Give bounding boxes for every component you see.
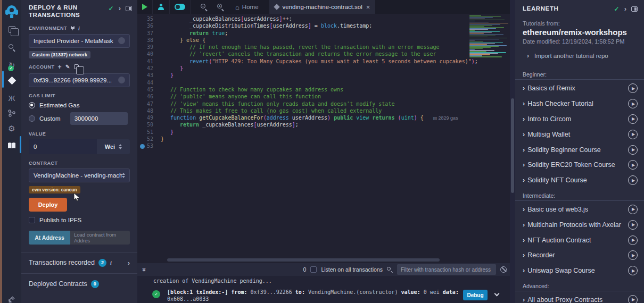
transaction-filter-input[interactable]: Filter with transaction hash or address <box>397 264 496 275</box>
chevron-right-icon[interactable]: › <box>523 176 525 184</box>
code-line[interactable]: 44 <box>137 79 510 86</box>
code-line[interactable]: 45// Function to check how many cupcakes… <box>137 86 510 93</box>
account-select[interactable]: 0xf39...92266 (9999.99929... <box>29 73 130 87</box>
chevron-right-icon[interactable]: › <box>523 296 525 303</box>
deploy-run-icon[interactable] <box>2 72 21 88</box>
tutorial-item[interactable]: ›Recorder▶ <box>515 248 644 263</box>
code-line[interactable]: 48// This makes it free to call (no gas … <box>137 107 510 114</box>
code-editor[interactable]: 35_cupcakeBalances[userAddress]++;36_cup… <box>137 14 510 263</box>
plug-icon[interactable] <box>70 26 75 31</box>
code-line[interactable]: 52} <box>137 136 510 142</box>
contract-select[interactable]: VendingMachine - vending-machin <box>29 169 130 182</box>
file-explorer-icon[interactable] <box>2 21 21 37</box>
zoom-in-button[interactable]: + <box>212 0 229 14</box>
code-line[interactable]: 50return _cupcakeBalances[userAddress]; <box>137 121 510 128</box>
minimap[interactable] <box>467 14 509 60</box>
start-tutorial-play-icon[interactable]: ▶ <box>628 205 638 214</box>
estimated-gas-radio[interactable] <box>29 102 35 108</box>
code-line[interactable]: 53 <box>137 142 510 149</box>
chevron-right-icon[interactable]: › <box>523 251 525 259</box>
learneth-collapse-icon[interactable]: › <box>624 6 626 12</box>
start-tutorial-play-icon[interactable]: ▶ <box>628 160 638 170</box>
code-line[interactable]: 43} <box>137 72 510 79</box>
solidity-compiler-icon[interactable]: ↻✓ <box>2 57 21 73</box>
transactions-expand-icon[interactable]: › <box>128 259 130 267</box>
tutorial-item[interactable]: ›Basic use of web3.js▶ <box>515 202 644 217</box>
search-icon[interactable] <box>2 39 21 55</box>
start-tutorial-play-icon[interactable]: ▶ <box>628 175 638 185</box>
zoom-out-button[interactable]: − <box>196 0 212 14</box>
vertical-scrollbar[interactable] <box>511 98 514 193</box>
code-line[interactable]: 35_cupcakeBalances[userAddress]++; <box>137 15 510 22</box>
tutorial-item[interactable]: ›Solidity NFT Course▶ <box>515 173 644 188</box>
start-tutorial-play-icon[interactable]: ▶ <box>628 83 638 93</box>
pin-panel-icon[interactable] <box>126 6 132 11</box>
debug-button[interactable]: Debug <box>463 290 488 300</box>
at-address-button[interactable]: At Address <box>29 231 70 245</box>
add-account-icon[interactable]: + <box>58 63 62 71</box>
publish-ipfs-checkbox[interactable] <box>29 217 35 223</box>
tutorial-item[interactable]: ›Uniswap Swap Course▶ <box>515 263 644 279</box>
chevron-right-icon[interactable]: › <box>523 161 525 169</box>
chevron-right-icon[interactable]: › <box>523 115 525 123</box>
value-input[interactable]: 0 <box>29 139 97 154</box>
clear-console-icon[interactable] <box>500 266 507 273</box>
panel-splitter[interactable] <box>510 0 515 303</box>
learneth-book-icon[interactable] <box>2 137 21 153</box>
copy-account-icon[interactable] <box>74 64 79 69</box>
collapse-panel-icon[interactable]: › <box>119 6 121 11</box>
ai-assistant-button[interactable] <box>153 0 170 14</box>
import-tutorial-repo[interactable]: › Import another tutorial repo <box>515 45 644 60</box>
debugger-icon[interactable]: Ж <box>2 90 21 106</box>
custom-gas-input[interactable]: 3000000 <box>70 112 128 125</box>
chevron-right-icon[interactable]: › <box>523 131 525 138</box>
start-tutorial-play-icon[interactable]: ▶ <box>628 99 638 108</box>
at-address-input[interactable]: Load contract from Addres <box>70 231 130 245</box>
breakpoint-icon[interactable] <box>140 144 145 149</box>
expand-terminal-icon[interactable]: « <box>139 267 147 271</box>
start-tutorial-play-icon[interactable]: ▶ <box>628 114 638 124</box>
plugin-manager-icon[interactable] <box>2 291 21 303</box>
chevron-right-icon[interactable]: › <box>523 267 525 274</box>
transaction-log-row[interactable]: ✓ [block:1 txIndex:-] from: 0xf39...9226… <box>137 284 510 303</box>
start-tutorial-play-icon[interactable]: ▶ <box>628 266 638 275</box>
code-line[interactable]: 41revert("HTTP 429: Too Many Cupcakes (y… <box>137 58 510 65</box>
copilot-toggle[interactable] <box>170 0 191 14</box>
horizontal-scrollbar[interactable] <box>167 258 440 262</box>
expand-tx-icon[interactable] <box>494 291 500 297</box>
tutorial-item[interactable]: ›Multisig Wallet▶ <box>515 127 644 142</box>
listen-transactions-checkbox[interactable] <box>310 266 317 273</box>
code-line[interactable]: 49function getCupcakeBalanceFor(address … <box>137 114 510 121</box>
chevron-right-icon[interactable]: › <box>523 206 525 213</box>
start-tutorial-play-icon[interactable]: ▶ <box>628 220 638 230</box>
deploy-button[interactable]: Deploy <box>29 198 67 212</box>
start-tutorial-play-icon[interactable]: ▶ <box>628 145 638 155</box>
deployed-contracts-row[interactable]: Deployed Contracts 0 <box>21 274 137 294</box>
transactions-recorded-row[interactable]: Transactions recorded 2 i › <box>21 252 137 273</box>
tutorial-item[interactable]: ›All about Proxy Contracts▶ <box>515 292 644 303</box>
close-tab-icon[interactable]: × <box>366 3 370 11</box>
tutorial-item[interactable]: ›Solidity Beginner Course▶ <box>515 142 644 157</box>
tab-vending-machine-contract[interactable]: vending-machine-contract.sol × <box>269 0 376 14</box>
tutorial-item[interactable]: ›Multichain Protocols with Axelar▶ <box>515 217 644 232</box>
code-line[interactable]: 42} <box>137 65 510 72</box>
run-script-button[interactable] <box>137 0 153 14</box>
git-icon[interactable] <box>2 105 21 121</box>
value-unit-select[interactable]: Wei <box>97 139 130 154</box>
environment-select[interactable]: Injected Provider - MetaMask <box>29 34 130 48</box>
tutorial-item[interactable]: ›NFT Auction Contract▶ <box>515 232 644 248</box>
chevron-right-icon[interactable]: › <box>523 146 525 154</box>
chevron-right-icon[interactable]: › <box>523 100 525 107</box>
tutorial-item[interactable]: ›Basics of Remix▶ <box>515 81 644 96</box>
terminal-search-icon[interactable] <box>387 267 393 273</box>
environment-info-icon[interactable]: i <box>78 26 80 31</box>
learneth-pin-icon[interactable] <box>631 6 638 12</box>
start-tutorial-play-icon[interactable]: ▶ <box>628 295 638 303</box>
code-line[interactable]: 36_cupcakeDistributionTimes[userAddress]… <box>137 22 510 29</box>
edit-account-icon[interactable]: ✎ <box>65 64 70 70</box>
code-line[interactable]: 47// 'view' means this function only rea… <box>137 100 510 107</box>
tutorial-item[interactable]: ›Solidity ERC20 Token Course▶ <box>515 157 644 173</box>
tutorial-item[interactable]: ›Hash Checker Tutorial▶ <box>515 96 644 112</box>
start-tutorial-play-icon[interactable]: ▶ <box>628 130 638 139</box>
code-line[interactable]: 38} else { <box>137 37 510 44</box>
